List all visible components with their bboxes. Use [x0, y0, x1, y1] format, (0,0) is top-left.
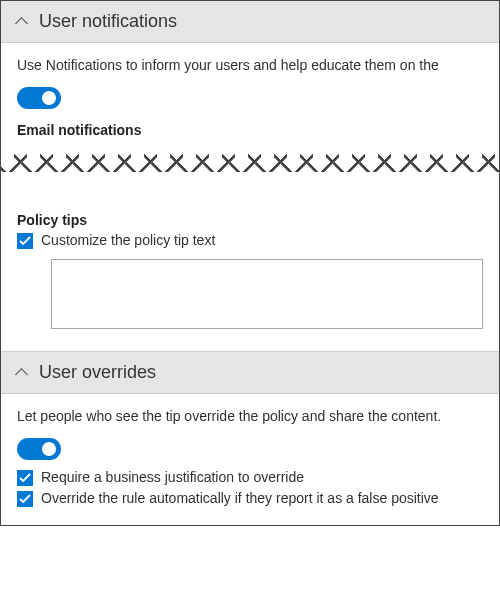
section-body-overrides: Let people who see the tip override the … [1, 394, 499, 525]
section-title-notifications: User notifications [39, 11, 177, 32]
notifications-toggle[interactable] [17, 87, 61, 109]
overrides-toggle[interactable] [17, 438, 61, 460]
false-positive-override-checkbox[interactable] [17, 491, 33, 507]
notifications-description: Use Notifications to inform your users a… [17, 57, 483, 73]
checkmark-icon [19, 472, 31, 484]
chevron-up-icon [15, 15, 29, 29]
torn-edge-decoration [1, 142, 499, 172]
require-justification-checkbox[interactable] [17, 470, 33, 486]
policy-tip-text-input[interactable] [51, 259, 483, 329]
section-header-overrides[interactable]: User overrides [1, 352, 499, 394]
chevron-up-icon [15, 366, 29, 380]
overrides-description: Let people who see the tip override the … [17, 408, 483, 424]
toggle-knob [42, 91, 56, 105]
require-justification-label: Require a business justification to over… [41, 469, 304, 485]
toggle-knob [42, 442, 56, 456]
customize-policy-tip-label: Customize the policy tip text [41, 232, 215, 248]
false-positive-override-label: Override the rule automatically if they … [41, 490, 439, 506]
email-notifications-heading: Email notifications [17, 122, 483, 138]
section-title-overrides: User overrides [39, 362, 156, 383]
policy-tips-heading: Policy tips [17, 212, 483, 228]
section-body-notifications: Use Notifications to inform your users a… [1, 43, 499, 352]
checkmark-icon [19, 235, 31, 247]
section-header-notifications[interactable]: User notifications [1, 1, 499, 43]
customize-policy-tip-checkbox[interactable] [17, 233, 33, 249]
checkmark-icon [19, 493, 31, 505]
